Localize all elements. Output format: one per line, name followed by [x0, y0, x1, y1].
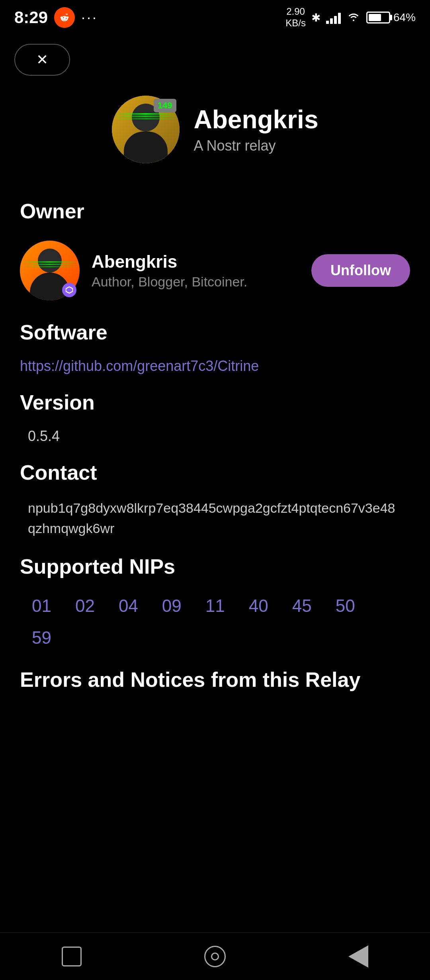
software-link[interactable]: https://github.com/greenart7c3/Citrine — [20, 354, 410, 378]
battery-container: 64% — [366, 11, 416, 24]
owner-details: Abengkris Author, Blogger, Bitcoiner. — [92, 252, 299, 290]
nip-item[interactable]: 04 — [119, 596, 138, 616]
profile-subtitle: A Nostr relay — [194, 137, 319, 154]
nip-item[interactable]: 50 — [336, 596, 355, 616]
nostr-badge-icon — [62, 283, 76, 297]
status-dots: ··· — [81, 9, 98, 26]
nips-container: 010204091140455059 — [20, 588, 410, 656]
status-bar: 8:29 ··· 2.90 KB/s ✱ — [0, 0, 430, 32]
owner-name: Abengkris — [92, 252, 299, 272]
profile-info: Abengkris A Nostr relay — [194, 105, 319, 154]
nip-item[interactable]: 11 — [205, 596, 225, 616]
unfollow-button[interactable]: Unfollow — [311, 254, 410, 287]
nip-item[interactable]: 09 — [162, 596, 182, 616]
wifi-icon — [346, 11, 361, 25]
supported-nips-title: Supported NIPs — [20, 555, 410, 578]
profile-header: 149 Abengkris A Nostr relay — [0, 84, 430, 179]
nip-item[interactable]: 02 — [75, 596, 95, 616]
close-icon: ✕ — [36, 51, 48, 68]
version-section-title: Version — [20, 390, 410, 414]
status-left: 8:29 ··· — [14, 7, 98, 28]
nip-item[interactable]: 59 — [32, 628, 51, 648]
nip-item[interactable]: 45 — [292, 596, 312, 616]
badge-count: 149 — [154, 99, 176, 112]
content: Owner Abengkris Author, Blogger, Bitcoin… — [0, 179, 430, 709]
nav-square-button[interactable] — [56, 941, 88, 972]
nav-home-button[interactable] — [199, 941, 231, 972]
owner-card: Abengkris Author, Blogger, Bitcoiner. Un… — [20, 233, 410, 308]
status-speed: 2.90 KB/s — [285, 6, 306, 29]
nav-circle-icon — [204, 946, 226, 967]
software-section-title: Software — [20, 320, 410, 344]
status-time: 8:29 — [14, 8, 48, 27]
owner-bio: Author, Blogger, Bitcoiner. — [92, 274, 299, 290]
nav-back-button[interactable] — [342, 941, 374, 972]
avatar-container: 149 — [112, 96, 180, 163]
bluetooth-icon: ✱ — [311, 11, 321, 24]
battery-percent: 64% — [393, 11, 416, 24]
close-button-container: ✕ — [0, 32, 430, 84]
close-button[interactable]: ✕ — [14, 44, 70, 76]
nav-back-icon — [348, 945, 368, 968]
owner-section-title: Owner — [20, 199, 410, 223]
reddit-icon — [54, 7, 75, 28]
profile-name: Abengkris — [194, 105, 319, 134]
errors-notices-title: Errors and Notices from this Relay — [20, 668, 410, 692]
contact-section-title: Contact — [20, 461, 410, 484]
nip-item[interactable]: 01 — [32, 596, 51, 616]
nip-item[interactable]: 40 — [249, 596, 268, 616]
battery-fill — [369, 14, 381, 21]
battery-icon — [366, 12, 390, 24]
contact-value: npub1q7g8dyxw8lkrp7eq38445cwpga2gcfzt4pt… — [20, 494, 410, 543]
bottom-nav — [0, 932, 430, 980]
status-right: 2.90 KB/s ✱ 64% — [285, 6, 416, 29]
nav-square-icon — [62, 947, 82, 966]
version-value: 0.5.4 — [20, 424, 410, 449]
nav-circle-inner-icon — [211, 953, 219, 960]
owner-avatar — [20, 241, 80, 300]
signal-bars — [326, 11, 341, 24]
